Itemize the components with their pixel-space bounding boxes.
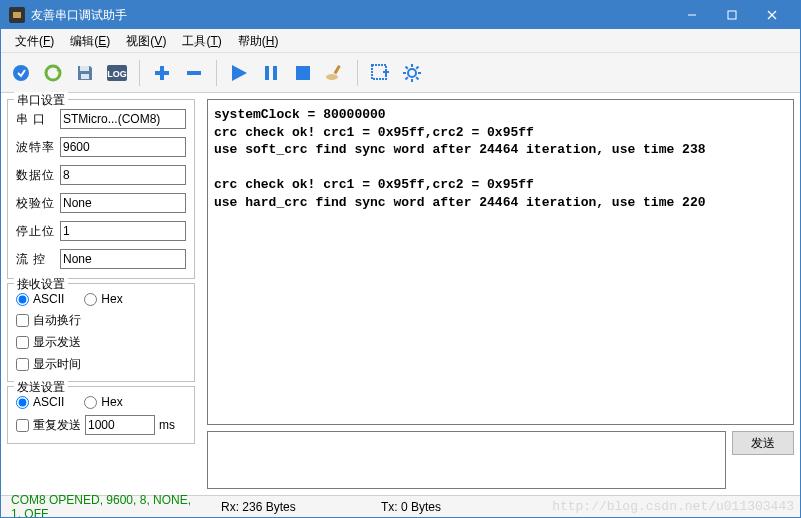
menu-file[interactable]: 文件(F) <box>7 30 62 52</box>
autowrap-checkbox[interactable]: 自动换行 <box>16 312 186 329</box>
port-row: 串 口 STMicro...(COM8) <box>16 108 186 130</box>
close-button[interactable] <box>752 1 792 29</box>
window-title: 友善串口调试助手 <box>31 7 672 24</box>
svg-rect-2 <box>728 11 736 19</box>
svg-rect-14 <box>265 66 269 80</box>
content-area: 串口设置 串 口 STMicro...(COM8) 波特率 9600 数据位 8… <box>1 93 800 495</box>
send-input[interactable] <box>207 431 726 489</box>
stop-button[interactable] <box>289 59 317 87</box>
parity-select[interactable]: None <box>60 193 186 213</box>
svg-rect-16 <box>296 66 310 80</box>
minimize-button[interactable] <box>672 1 712 29</box>
right-panel: systemClock = 80000000 crc check ok! crc… <box>201 93 800 495</box>
repeat-send-checkbox[interactable]: 重复发送 <box>16 417 81 434</box>
recv-format-radios: ASCII Hex <box>16 292 186 306</box>
recv-settings-group: 接收设置 ASCII Hex 自动换行 显示发送 显示时间 <box>7 283 195 382</box>
play-button[interactable] <box>225 59 253 87</box>
svg-line-28 <box>416 77 418 79</box>
menu-view[interactable]: 视图(V) <box>118 30 174 52</box>
status-rx: Rx: 236 Bytes <box>211 500 371 514</box>
send-ascii-radio[interactable]: ASCII <box>16 395 64 409</box>
maximize-button[interactable] <box>712 1 752 29</box>
watermark-text: http://blog.csdn.net/u011303443 <box>511 499 800 514</box>
clear-button[interactable] <box>321 59 349 87</box>
menu-tools-text: 工具( <box>182 34 210 48</box>
toolbar-sep-3 <box>357 60 358 86</box>
svg-line-29 <box>416 66 418 68</box>
toolbar-sep-1 <box>139 60 140 86</box>
svg-point-6 <box>46 66 60 80</box>
send-format-radios: ASCII Hex <box>16 395 186 409</box>
log-button[interactable]: LOG <box>103 59 131 87</box>
recv-settings-title: 接收设置 <box>14 276 68 293</box>
titlebar[interactable]: 友善串口调试助手 <box>1 1 800 29</box>
newwindow-button[interactable] <box>366 59 394 87</box>
baud-label: 波特率 <box>16 139 60 156</box>
stopbits-label: 停止位 <box>16 223 60 240</box>
svg-rect-15 <box>273 66 277 80</box>
svg-line-27 <box>406 66 408 68</box>
baud-select[interactable]: 9600 <box>60 137 186 157</box>
recv-hex-radio[interactable]: Hex <box>84 292 122 306</box>
repeat-interval-input[interactable] <box>85 415 155 435</box>
save-button[interactable] <box>71 59 99 87</box>
databits-label: 数据位 <box>16 167 60 184</box>
menu-help[interactable]: 帮助(H) <box>230 30 287 52</box>
status-connection: COM8 OPENED, 9600, 8, NONE, 1, OFF <box>1 493 211 519</box>
parity-row: 校验位 None <box>16 192 186 214</box>
port-label: 串 口 <box>16 111 60 128</box>
stopbits-row: 停止位 1 <box>16 220 186 242</box>
svg-rect-8 <box>81 74 89 79</box>
databits-row: 数据位 8 <box>16 164 186 186</box>
menu-file-text: 文件( <box>15 34 43 48</box>
window-buttons <box>672 1 792 29</box>
left-panel: 串口设置 串 口 STMicro...(COM8) 波特率 9600 数据位 8… <box>1 93 201 495</box>
output-textarea[interactable]: systemClock = 80000000 crc check ok! crc… <box>207 99 794 425</box>
recv-ascii-radio[interactable]: ASCII <box>16 292 64 306</box>
flow-select[interactable]: None <box>60 249 186 269</box>
parity-label: 校验位 <box>16 195 60 212</box>
baud-row: 波特率 9600 <box>16 136 186 158</box>
svg-point-5 <box>13 65 29 81</box>
serial-settings-title: 串口设置 <box>14 92 68 109</box>
send-settings-title: 发送设置 <box>14 379 68 396</box>
svg-point-18 <box>326 74 338 80</box>
repeat-send-row: 重复发送 ms <box>16 415 186 435</box>
settings-button[interactable] <box>398 59 426 87</box>
flow-label: 流 控 <box>16 251 60 268</box>
interval-unit: ms <box>159 418 175 432</box>
flow-row: 流 控 None <box>16 248 186 270</box>
statusbar: COM8 OPENED, 9600, 8, NONE, 1, OFF Rx: 2… <box>1 495 800 517</box>
minus-button[interactable] <box>180 59 208 87</box>
plus-button[interactable] <box>148 59 176 87</box>
menu-tools[interactable]: 工具(T) <box>174 30 229 52</box>
menu-view-text: 视图( <box>126 34 154 48</box>
serial-settings-group: 串口设置 串 口 STMicro...(COM8) 波特率 9600 数据位 8… <box>7 99 195 279</box>
send-area: 发送 <box>207 431 794 489</box>
svg-point-22 <box>408 69 416 77</box>
showsend-checkbox[interactable]: 显示发送 <box>16 334 186 351</box>
connect-button[interactable] <box>7 59 35 87</box>
send-hex-radio[interactable]: Hex <box>84 395 122 409</box>
showtime-checkbox[interactable]: 显示时间 <box>16 356 186 373</box>
svg-line-30 <box>406 77 408 79</box>
menu-edit[interactable]: 编辑(E) <box>62 30 118 52</box>
svg-rect-7 <box>80 66 89 71</box>
menu-edit-text: 编辑( <box>70 34 98 48</box>
send-button[interactable]: 发送 <box>732 431 794 455</box>
status-tx: Tx: 0 Bytes <box>371 500 511 514</box>
svg-rect-17 <box>334 65 341 74</box>
pause-button[interactable] <box>257 59 285 87</box>
app-icon <box>9 7 25 23</box>
port-select[interactable]: STMicro...(COM8) <box>60 109 186 129</box>
svg-text:LOG: LOG <box>107 69 127 79</box>
refresh-button[interactable] <box>39 59 67 87</box>
menu-help-text: 帮助( <box>238 34 266 48</box>
menubar: 文件(F) 编辑(E) 视图(V) 工具(T) 帮助(H) <box>1 29 800 53</box>
stopbits-select[interactable]: 1 <box>60 221 186 241</box>
toolbar: LOG <box>1 53 800 93</box>
toolbar-sep-2 <box>216 60 217 86</box>
send-settings-group: 发送设置 ASCII Hex 重复发送 ms <box>7 386 195 444</box>
databits-select[interactable]: 8 <box>60 165 186 185</box>
svg-rect-0 <box>13 12 21 18</box>
